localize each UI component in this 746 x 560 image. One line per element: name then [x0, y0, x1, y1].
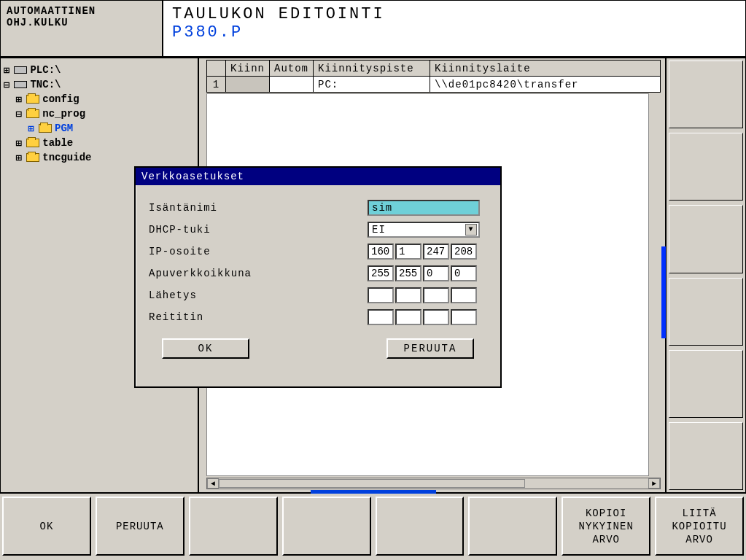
col-rownum — [207, 61, 226, 77]
hostname-label: Isäntänimi — [149, 202, 368, 214]
router-octet-3[interactable] — [423, 309, 449, 325]
title-file: P380.P — [172, 23, 737, 42]
tree-item-ncprog[interactable]: ⊟nc_prog — [4, 106, 195, 121]
router-octet-1[interactable] — [368, 309, 394, 325]
scroll-thumb[interactable] — [219, 479, 525, 488]
folder-icon — [26, 95, 39, 104]
subnet-octet-2[interactable] — [395, 265, 421, 281]
title-main: TAULUKON EDITOINTI — [172, 5, 737, 23]
folder-icon — [39, 124, 52, 133]
right-softkey-column — [666, 58, 746, 493]
ip-octet-3[interactable] — [423, 244, 449, 260]
col-piste[interactable]: Kiinnityspiste — [314, 61, 430, 77]
mode-line1: AUTOMAATTINEN — [7, 5, 156, 17]
cell-piste[interactable]: PC: — [314, 77, 430, 93]
drive-icon — [14, 66, 27, 74]
ip-octet-2[interactable] — [395, 244, 421, 260]
softkey-page-indicator — [311, 490, 436, 494]
folder-icon — [26, 153, 39, 162]
title-bar: TAULUKON EDITOINTI P380.P — [163, 0, 746, 57]
router-octet-2[interactable] — [395, 309, 421, 325]
right-softkey-2[interactable] — [669, 133, 743, 201]
col-kiinn[interactable]: Kiinn — [226, 61, 270, 77]
tree-item-config[interactable]: ⊞config — [4, 92, 195, 106]
cancel-button[interactable]: PERUUTA — [386, 338, 474, 359]
right-softkey-4[interactable] — [669, 278, 743, 346]
softkey-4[interactable] — [282, 497, 371, 556]
dialog-title: Verkkoasetukset — [136, 168, 500, 185]
ip-octet-1[interactable] — [368, 244, 394, 260]
scroll-left-icon[interactable]: ◄ — [207, 478, 219, 489]
softkey-paste-copied[interactable]: LIITÄ KOPIOITU ARVO — [655, 497, 744, 556]
vertical-scroll-indicator[interactable] — [661, 246, 666, 338]
folder-icon — [26, 139, 39, 147]
tree-item-tnc[interactable]: ⊟TNC:\ — [4, 77, 195, 92]
right-softkey-3[interactable] — [669, 205, 743, 273]
cell-autom[interactable] — [270, 77, 314, 93]
chevron-down-icon[interactable]: ▼ — [465, 224, 477, 236]
col-laite[interactable]: Kiinnityslaite — [430, 61, 661, 77]
softkey-cancel[interactable]: PERUUTA — [96, 497, 184, 556]
dhcp-select[interactable]: EI ▼ — [368, 222, 480, 238]
subnet-label: Apuverkkoikkuna — [149, 268, 368, 279]
softkey-3[interactable] — [189, 497, 278, 556]
ip-label: IP-osoite — [149, 246, 368, 257]
softkey-ok[interactable]: OK — [2, 497, 91, 556]
hostname-input[interactable] — [368, 200, 480, 216]
softkey-6[interactable] — [468, 497, 557, 556]
cell-kiinn[interactable] — [226, 77, 270, 93]
right-softkey-6[interactable] — [669, 422, 743, 490]
cell-rownum: 1 — [207, 77, 226, 93]
network-settings-dialog: Verkkoasetukset Isäntänimi DHCP-tuki EI … — [134, 166, 502, 388]
right-softkey-1[interactable] — [669, 61, 743, 128]
right-softkey-5[interactable] — [669, 350, 743, 418]
subnet-octet-4[interactable] — [451, 265, 477, 281]
router-octet-4[interactable] — [451, 309, 477, 325]
cell-laite[interactable]: \\de01pc8420\transfer — [430, 77, 661, 93]
dhcp-value: EI — [372, 224, 386, 236]
ok-button[interactable]: OK — [162, 338, 249, 359]
softkey-5[interactable] — [376, 497, 465, 556]
softkey-row: OK PERUUTA KOPIOI NYKYINEN ARVO LIITÄ KO… — [0, 493, 746, 559]
tree-item-plc[interactable]: ⊞PLC:\ — [4, 63, 195, 77]
broadcast-octet-3[interactable] — [423, 287, 449, 303]
broadcast-label: Lähetys — [149, 289, 368, 301]
ip-octet-4[interactable] — [451, 244, 477, 260]
broadcast-octet-1[interactable] — [368, 287, 394, 303]
mode-line2: OHJ.KULKU — [7, 17, 156, 28]
subnet-octet-3[interactable] — [423, 265, 449, 281]
table-header-row: Kiinn Autom Kiinnityspiste Kiinnityslait… — [207, 61, 661, 77]
folder-icon — [26, 109, 39, 118]
tree-item-table[interactable]: ⊞table — [4, 136, 195, 150]
subnet-octet-1[interactable] — [368, 265, 394, 281]
broadcast-octet-2[interactable] — [395, 287, 421, 303]
drive-icon — [14, 81, 27, 88]
dhcp-label: DHCP-tuki — [149, 224, 368, 236]
table-row[interactable]: 1 PC: \\de01pc8420\transfer — [207, 77, 661, 93]
data-table[interactable]: Kiinn Autom Kiinnityspiste Kiinnityslait… — [206, 60, 661, 93]
mode-indicator: AUTOMAATTINEN OHJ.KULKU — [0, 0, 163, 57]
softkey-copy-current[interactable]: KOPIOI NYKYINEN ARVO — [562, 497, 650, 556]
col-autom[interactable]: Autom — [270, 61, 314, 77]
tree-item-pgm[interactable]: ⊞PGM — [4, 121, 195, 136]
broadcast-octet-4[interactable] — [451, 287, 477, 303]
router-label: Reititin — [149, 311, 368, 323]
scroll-right-icon[interactable]: ► — [648, 478, 660, 489]
horizontal-scrollbar[interactable]: ◄ ► — [206, 478, 661, 489]
tree-item-tncguide[interactable]: ⊞tncguide — [4, 150, 195, 165]
